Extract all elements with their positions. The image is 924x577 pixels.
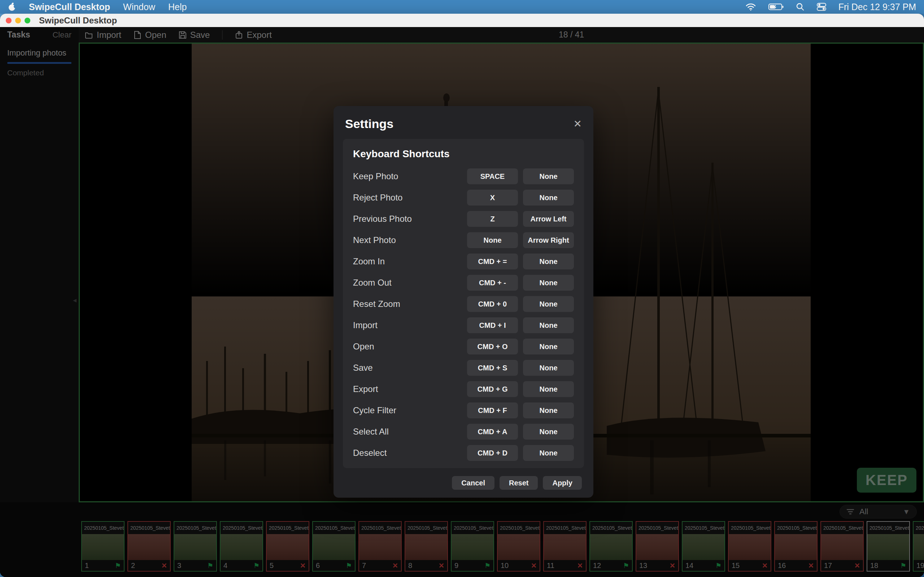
menu-app-name[interactable]: SwipeCull Desktop xyxy=(29,2,110,12)
shortcut-row: Select All CMD + A None xyxy=(353,424,574,440)
wifi-icon[interactable] xyxy=(745,3,756,11)
shortcut-secondary-button[interactable]: None xyxy=(523,445,574,461)
menu-item-help[interactable]: Help xyxy=(168,2,187,12)
shortcut-row: Deselect CMD + D None xyxy=(353,445,574,461)
shortcut-secondary-button[interactable]: None xyxy=(523,275,574,291)
shortcut-row: Zoom Out CMD + - None xyxy=(353,275,574,291)
shortcut-label: Cycle Filter xyxy=(353,405,467,416)
shortcut-primary-button[interactable]: CMD + O xyxy=(467,338,518,355)
search-icon[interactable] xyxy=(796,3,804,11)
shortcut-row: Keep Photo SPACE None xyxy=(353,168,574,184)
shortcut-secondary-button[interactable]: None xyxy=(523,360,574,376)
shortcut-primary-button[interactable]: X xyxy=(467,190,518,206)
shortcut-secondary-button[interactable]: None xyxy=(523,338,574,355)
menu-clock[interactable]: Fri Dec 12 9:37 PM xyxy=(838,2,916,12)
shortcut-primary-button[interactable]: SPACE xyxy=(467,168,518,184)
menu-item-window[interactable]: Window xyxy=(123,2,155,12)
shortcut-primary-button[interactable]: CMD + = xyxy=(467,253,518,269)
apply-button[interactable]: Apply xyxy=(543,476,582,490)
shortcut-secondary-button[interactable]: None xyxy=(523,318,574,333)
keyboard-shortcuts-panel: Keyboard Shortcuts Keep Photo SPACE None… xyxy=(343,139,584,468)
shortcut-row: Zoom In CMD + = None xyxy=(353,253,574,269)
shortcut-primary-button[interactable]: CMD + F xyxy=(467,403,518,418)
shortcut-primary-button[interactable]: None xyxy=(467,232,518,248)
shortcut-secondary-button[interactable]: None xyxy=(523,296,574,312)
shortcut-label: Reject Photo xyxy=(353,193,467,203)
window-content: Tasks Clear Import Open xyxy=(0,27,924,577)
battery-icon[interactable] xyxy=(769,3,783,11)
shortcut-secondary-button[interactable]: Arrow Left xyxy=(523,211,574,227)
shortcut-secondary-button[interactable]: None xyxy=(523,253,574,269)
window-title: SwipeCull Desktop xyxy=(39,16,117,26)
shortcut-row: Open CMD + O None xyxy=(353,338,574,355)
shortcut-label: Open xyxy=(353,342,467,351)
zoom-window-button[interactable] xyxy=(24,18,30,23)
shortcut-secondary-button[interactable]: None xyxy=(523,168,574,184)
shortcut-row: Reset Zoom CMD + 0 None xyxy=(353,296,574,312)
shortcut-primary-button[interactable]: CMD + G xyxy=(467,381,518,397)
shortcut-label: Previous Photo xyxy=(353,214,467,224)
shortcut-secondary-button[interactable]: None xyxy=(523,424,574,440)
close-icon[interactable]: ✕ xyxy=(573,119,582,129)
minimize-window-button[interactable] xyxy=(15,18,21,23)
shortcut-label: Reset Zoom xyxy=(353,299,467,309)
shortcut-row: Cycle Filter CMD + F None xyxy=(353,403,574,418)
section-title: Keyboard Shortcuts xyxy=(353,148,574,160)
shortcut-row: Import CMD + I None xyxy=(353,318,574,333)
shortcut-primary-button[interactable]: CMD + A xyxy=(467,424,518,440)
shortcut-label: Zoom In xyxy=(353,256,467,266)
shortcut-label: Save xyxy=(353,363,467,373)
shortcut-row: Export CMD + G None xyxy=(353,381,574,397)
settings-modal: Settings ✕ Keyboard Shortcuts Keep Photo… xyxy=(333,106,593,498)
shortcut-secondary-button[interactable]: Arrow Right xyxy=(523,232,574,248)
app-window: SwipeCull Desktop Tasks Clear Import xyxy=(0,14,924,577)
shortcut-primary-button[interactable]: CMD + I xyxy=(467,318,518,333)
shortcut-label: Next Photo xyxy=(353,235,467,245)
shortcut-label: Select All xyxy=(353,427,467,437)
shortcut-secondary-button[interactable]: None xyxy=(523,190,574,206)
shortcut-row: Previous Photo Z Arrow Left xyxy=(353,211,574,227)
modal-title: Settings xyxy=(345,117,573,131)
close-window-button[interactable] xyxy=(6,18,11,23)
shortcut-label: Import xyxy=(353,320,467,330)
shortcut-secondary-button[interactable]: None xyxy=(523,381,574,397)
shortcut-row: Next Photo None Arrow Right xyxy=(353,232,574,248)
shortcut-primary-button[interactable]: CMD + S xyxy=(467,360,518,376)
shortcut-label: Keep Photo xyxy=(353,171,467,181)
shortcut-primary-button[interactable]: CMD + D xyxy=(467,445,518,461)
shortcut-label: Export xyxy=(353,384,467,394)
window-titlebar: SwipeCull Desktop xyxy=(0,14,924,27)
shortcut-primary-button[interactable]: CMD + - xyxy=(467,275,518,291)
reset-button[interactable]: Reset xyxy=(499,476,538,490)
shortcut-secondary-button[interactable]: None xyxy=(523,403,574,418)
shortcut-label: Zoom Out xyxy=(353,278,467,288)
shortcut-row: Save CMD + S None xyxy=(353,360,574,376)
control-center-icon[interactable] xyxy=(817,3,826,11)
cancel-button[interactable]: Cancel xyxy=(452,476,494,490)
menu-bar: SwipeCull Desktop Window Help xyxy=(0,0,924,14)
shortcut-primary-button[interactable]: Z xyxy=(467,211,518,227)
shortcut-row: Reject Photo X None xyxy=(353,190,574,206)
shortcut-label: Deselect xyxy=(353,448,467,458)
shortcut-primary-button[interactable]: CMD + 0 xyxy=(467,296,518,312)
apple-icon[interactable] xyxy=(8,2,16,11)
